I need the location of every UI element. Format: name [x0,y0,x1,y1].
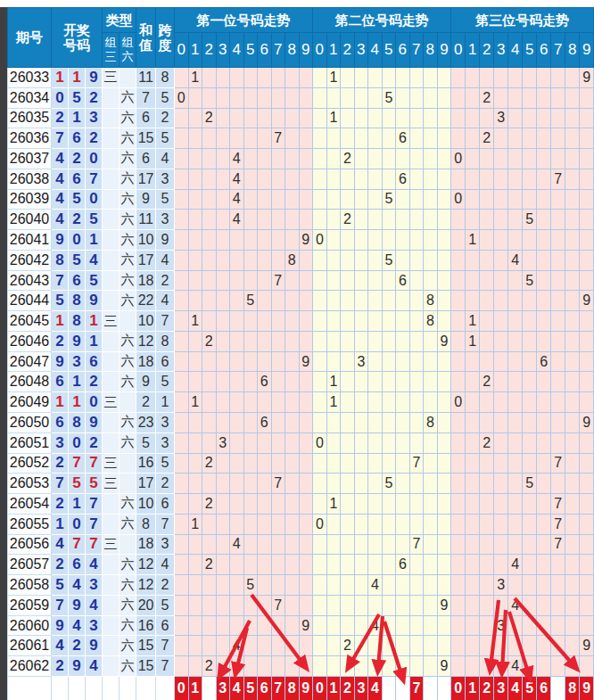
type-group6-cell: 六 [120,210,136,230]
trend-cell [565,555,580,575]
draw-digit: 1 [86,311,103,332]
trend-cell [409,636,424,656]
trend-cell: 3 [494,575,508,596]
trend-cell [551,270,565,291]
trend-cell [368,534,383,555]
type-group3-cell [103,270,120,291]
period-cell: 26051 [8,432,52,453]
trend-cell [537,331,551,351]
trend-cell [243,189,258,210]
trend-cell [565,615,580,636]
period-cell: 26054 [8,494,52,515]
sum-cell: 16 [136,453,156,474]
trend-cell [537,595,551,615]
trend-cell [271,534,285,555]
trend-cell [271,555,285,575]
trend-cell [396,534,410,555]
trend-cell: 2 [480,128,494,149]
trend-cell [580,250,594,270]
trend-cell [551,656,565,677]
trend-cell [299,534,313,555]
type-group6-cell: 六 [120,250,136,270]
draw-digit: 2 [69,149,86,169]
trend-cell: 1 [326,372,341,392]
trend-cell [565,128,580,149]
trend-cell [494,555,508,575]
span-cell: 5 [156,372,175,392]
trend-cell [258,432,272,453]
trend-cell [537,87,551,108]
trend-cell [580,575,594,596]
trend-cell [508,615,523,636]
type-group3-cell [103,351,120,372]
trend-cell: 0 [451,392,466,413]
trend-cell: 2 [341,210,355,230]
trend-cell [299,432,313,453]
period-cell: 26058 [8,575,52,596]
trend-cell [480,494,494,515]
trend-cell [551,250,565,270]
trend-cell [382,311,396,332]
trend-cell [537,555,551,575]
trend-cell [326,128,341,149]
trend-cell: 6 [396,270,410,291]
trend-cell [551,595,565,615]
trend-cell [551,210,565,230]
trend-cell [216,615,230,636]
trend-cell [216,474,230,494]
draw-digit: 4 [52,169,69,189]
trend-cell [354,128,368,149]
sum-cell: 15 [136,636,156,656]
trend-cell [341,595,355,615]
trend-cell [508,169,523,189]
trend-cell [230,595,244,615]
period-cell: 26061 [8,636,52,656]
draw-digit: 2 [52,494,69,515]
trend-cell [551,149,565,169]
trend-cell [466,87,480,108]
trend-cell [188,189,202,210]
trend-cell [368,555,383,575]
period-cell: 26033 [8,68,52,88]
trend-cell [341,250,355,270]
trend-cell [508,291,523,311]
trend-cell [326,331,341,351]
trend-cell [313,270,327,291]
trend-cell [368,169,383,189]
trend-cell: 9 [580,636,594,656]
trend-cell: 7 [271,474,285,494]
trend-cell [424,474,438,494]
trend-cell [368,432,383,453]
trend-cell [480,595,494,615]
sum-cell: 6 [136,149,156,169]
trend-cell [523,432,537,453]
trend-cell [368,87,383,108]
digit-col-header-s2-3: 3 [354,33,368,68]
trend-cell [437,250,451,270]
trend-cell [285,210,300,230]
trend-cell [382,169,396,189]
trend-cell [216,534,230,555]
trend-cell: 3 [494,615,508,636]
trend-cell [243,128,258,149]
sum-cell: 10 [136,230,156,251]
trend-cell [451,331,466,351]
trend-cell [341,656,355,677]
trend-cell [409,351,424,372]
type-group6-cell: 六 [120,331,136,351]
trend-cell [466,656,480,677]
trend-cell [313,169,327,189]
trend-cell [382,453,396,474]
table-row: 26034052六75052 [8,87,594,108]
trend-cell [313,108,327,128]
trend-cell [175,189,189,210]
trend-cell [494,432,508,453]
trend-cell: 1 [326,494,341,515]
trend-cell [508,474,523,494]
bottom-highlight-cell: 8 [285,676,300,700]
trend-cell [580,270,594,291]
trend-cell: 0 [313,514,327,534]
trend-cell [188,331,202,351]
draw-digit: 3 [52,432,69,453]
trend-cell [175,250,189,270]
